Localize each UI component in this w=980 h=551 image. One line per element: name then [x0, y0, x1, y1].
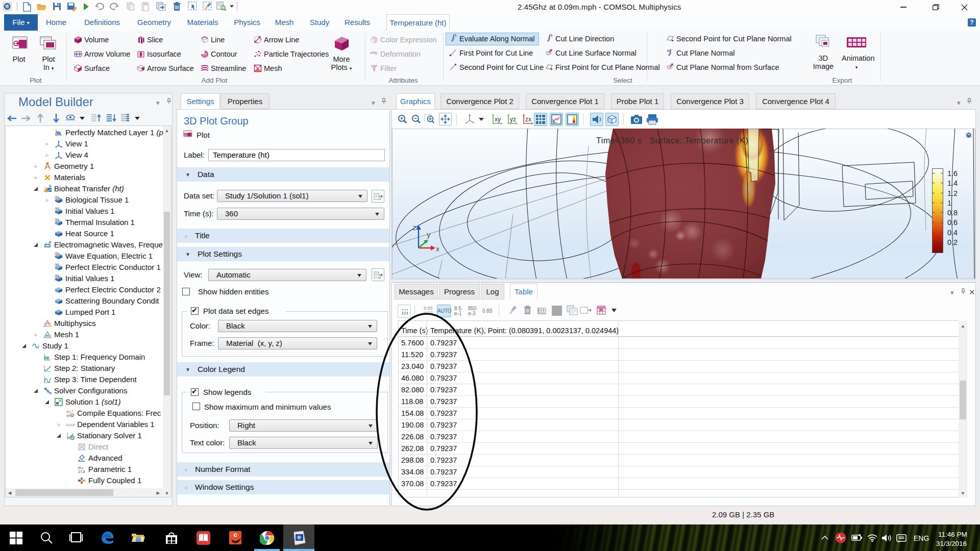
svg-text:D: D: [56, 219, 58, 222]
svg-text:D: D: [56, 253, 58, 256]
svg-text:D: D: [56, 275, 58, 279]
svg-text:u,v,w: u,v,w: [66, 422, 75, 427]
svg-text:zx: zx: [525, 116, 531, 123]
svg-text:at: at: [66, 413, 70, 417]
svg-text:D: D: [56, 264, 58, 267]
svg-text:D: D: [56, 208, 58, 211]
svg-text:yz: yz: [510, 116, 516, 123]
svg-text:z: z: [412, 223, 416, 232]
svg-text:xy: xy: [495, 116, 501, 123]
svg-text:x: x: [436, 244, 439, 253]
svg-text:213: 213: [78, 469, 85, 473]
svg-text:y: y: [427, 230, 431, 239]
svg-text:D: D: [56, 196, 58, 200]
